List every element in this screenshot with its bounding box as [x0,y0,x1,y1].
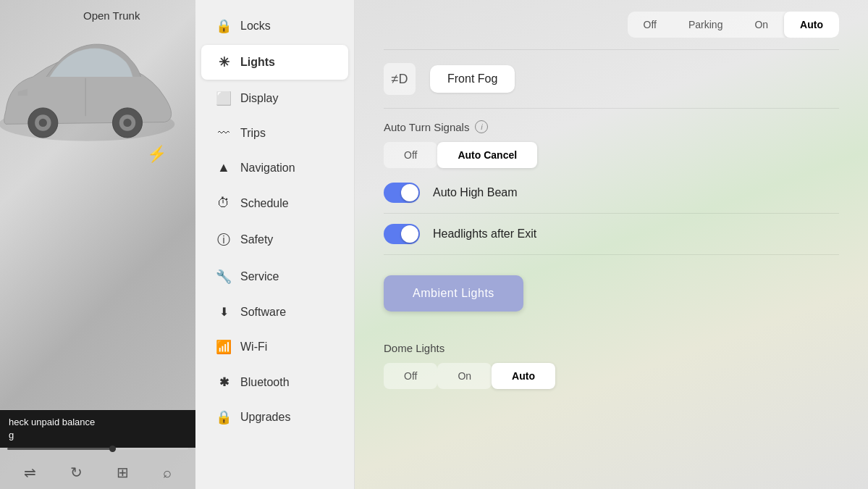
headlights-after-exit-row: Headlights after Exit [384,214,839,255]
service-icon: 🔧 [216,269,232,285]
main-content: Off Parking On Auto ≠D Front Fog Auto Tu… [355,0,868,489]
auto-turn-signals-controls: Off Auto Cancel [384,142,839,168]
bottom-icons: ⇌ ↻ ⊞ ⌕ [0,453,195,489]
nav-sidebar: 🔒 Locks ✳ Lights ⬜ Display 〰 Trips ▲ Nav… [195,0,355,489]
headlights-off-btn[interactable]: Off [628,12,673,38]
sidebar-label-display: Display [240,92,278,105]
auto-high-beam-row: Auto High Beam [384,172,839,214]
safety-icon: ⓘ [216,231,232,248]
ambient-lights-row: Ambient Lights [384,255,839,332]
repeat-icon[interactable]: ↻ [70,464,83,481]
lock-icon: 🔒 [216,18,232,34]
search-icon[interactable]: ⌕ [163,464,172,481]
auto-turn-signals-label: Auto Turn Signals [384,121,469,133]
sidebar-item-safety[interactable]: ⓘ Safety [201,222,348,258]
dome-lights-section: Dome Lights Off On Auto [384,332,839,399]
unpaid-balance-notice[interactable]: heck unpaid balance g [0,410,195,448]
auto-high-beam-label: Auto High Beam [433,186,518,199]
fog-light-icon: ≠D [384,63,416,95]
display-icon: ⬜ [216,91,232,106]
navigation-icon: ▲ [216,160,232,175]
headlights-after-exit-label: Headlights after Exit [433,227,536,241]
sidebar-label-lights: Lights [240,56,275,69]
ambient-lights-btn[interactable]: Ambient Lights [384,275,523,312]
sidebar-item-schedule[interactable]: ⏱ Schedule [201,186,348,220]
headlights-parking-btn[interactable]: Parking [673,12,738,38]
trips-icon: 〰 [216,127,232,140]
auto-high-beam-toggle[interactable] [384,183,420,203]
equalizer-icon[interactable]: ⊞ [117,464,129,481]
headlights-row: Off Parking On Auto [384,0,839,50]
sidebar-label-trips: Trips [240,127,266,140]
bottom-bar: heck unpaid balance g ⇌ ↻ ⊞ ⌕ [0,409,195,489]
auto-turn-signals-section: Auto Turn Signals i Off Auto Cancel [384,109,839,172]
dome-on-btn[interactable]: On [437,363,492,389]
sidebar-item-navigation[interactable]: ▲ Navigation [201,151,348,185]
sidebar-item-software[interactable]: ⬇ Software [201,296,348,328]
headlights-auto-btn[interactable]: Auto [784,12,839,38]
sidebar-item-service[interactable]: 🔧 Service [201,259,348,294]
sidebar-label-safety: Safety [240,233,273,246]
bluetooth-icon: ✱ [216,375,232,389]
sidebar-label-navigation: Navigation [240,162,295,175]
auto-turn-signals-title: Auto Turn Signals i [384,120,839,133]
dome-auto-btn[interactable]: Auto [492,363,555,389]
sidebar-item-trips[interactable]: 〰 Trips [201,117,348,149]
lights-icon: ✳ [216,54,232,70]
progress-bar-container [0,448,195,453]
software-icon: ⬇ [216,305,232,319]
headlights-on-btn[interactable]: On [738,12,784,38]
front-fog-label[interactable]: Front Fog [430,65,515,93]
sidebar-item-display[interactable]: ⬜ Display [201,81,348,116]
open-trunk-label[interactable]: Open Trunk [83,9,140,23]
sidebar-label-locks: Locks [240,20,271,33]
shuffle-icon[interactable]: ⇌ [24,464,36,481]
dome-lights-title: Dome Lights [384,342,839,354]
auto-turn-signals-info-icon[interactable]: i [475,120,488,133]
dome-lights-controls: Off On Auto [384,363,839,389]
car-svg [0,36,188,158]
headlights-after-exit-toggle[interactable] [384,224,420,244]
sidebar-item-bluetooth[interactable]: ✱ Bluetooth [201,366,348,398]
upgrades-icon: 🔒 [216,409,232,425]
progress-bar [7,448,188,450]
sidebar-item-wifi[interactable]: 📶 Wi-Fi [201,330,348,364]
dome-off-btn[interactable]: Off [384,363,437,389]
lightning-icon: ⚡ [147,145,167,164]
ats-off-btn[interactable]: Off [384,142,437,168]
sidebar-label-wifi: Wi-Fi [240,340,267,354]
progress-dot [109,446,116,452]
svg-point-3 [39,119,47,127]
sidebar-label-bluetooth: Bluetooth [240,376,290,389]
sidebar-label-schedule: Schedule [240,197,289,210]
wifi-icon: 📶 [216,339,232,355]
sidebar-item-lights[interactable]: ✳ Lights [201,45,348,80]
svg-point-6 [123,119,131,127]
schedule-icon: ⏱ [216,196,232,211]
sidebar-item-upgrades[interactable]: 🔒 Upgrades [201,400,348,435]
sidebar-label-upgrades: Upgrades [240,411,290,424]
sidebar-label-service: Service [240,270,279,283]
left-panel: Open Trunk ⚡ heck unpai [0,0,195,489]
sidebar-item-locks[interactable]: 🔒 Locks [201,9,348,43]
progress-fill [7,448,116,450]
headlights-segment-control: Off Parking On Auto [628,12,839,38]
sidebar-label-software: Software [240,306,286,319]
ats-autocancel-btn[interactable]: Auto Cancel [437,142,537,168]
front-fog-row: ≠D Front Fog [384,50,839,109]
